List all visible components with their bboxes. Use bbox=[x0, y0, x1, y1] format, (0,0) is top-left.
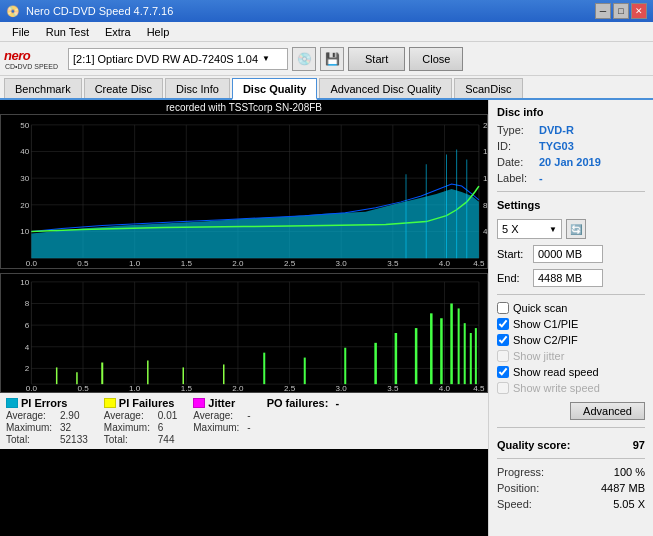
quality-score-value: 97 bbox=[633, 439, 645, 451]
show-jitter-checkbox[interactable] bbox=[497, 350, 509, 362]
top-chart: 50 40 30 20 10 20 16 12 8 4 bbox=[0, 114, 488, 269]
pi-failures-color bbox=[104, 398, 116, 408]
svg-text:20: 20 bbox=[20, 201, 30, 210]
advanced-button[interactable]: Advanced bbox=[570, 402, 645, 420]
disc-type-row: Type: DVD-R bbox=[497, 124, 645, 136]
speed-select[interactable]: 5 X ▼ bbox=[497, 219, 562, 239]
disc-icon-button[interactable]: 💿 bbox=[292, 47, 316, 71]
show-c1-pie-label: Show C1/PIE bbox=[513, 318, 578, 330]
tab-disc-info[interactable]: Disc Info bbox=[165, 78, 230, 98]
position-label: Position: bbox=[497, 482, 539, 494]
toolbar: nero CD•DVD SPEED [2:1] Optiarc DVD RW A… bbox=[0, 42, 653, 76]
save-icon-button[interactable]: 💾 bbox=[320, 47, 344, 71]
start-button[interactable]: Start bbox=[348, 47, 405, 71]
menu-run-test[interactable]: Run Test bbox=[38, 22, 97, 41]
menu-help[interactable]: Help bbox=[139, 22, 178, 41]
jitter-avg-label: Average: bbox=[193, 410, 243, 421]
position-value: 4487 MB bbox=[601, 482, 645, 494]
show-write-speed-checkbox[interactable] bbox=[497, 382, 509, 394]
app-title: Nero CD-DVD Speed 4.7.7.16 bbox=[26, 5, 173, 17]
close-window-button[interactable]: ✕ bbox=[631, 3, 647, 19]
progress-value: 100 % bbox=[614, 466, 645, 478]
disc-date-value: 20 Jan 2019 bbox=[539, 156, 601, 168]
tab-disc-quality[interactable]: Disc Quality bbox=[232, 78, 318, 100]
svg-text:4.0: 4.0 bbox=[439, 384, 451, 392]
svg-text:2: 2 bbox=[25, 364, 30, 373]
pi-failures-max-label: Maximum: bbox=[104, 422, 154, 433]
show-jitter-label: Show jitter bbox=[513, 350, 564, 362]
end-setting-row: End: 4488 MB bbox=[497, 269, 645, 287]
disc-label-value: - bbox=[539, 172, 543, 184]
svg-text:1.0: 1.0 bbox=[129, 384, 141, 392]
pi-failures-max-value: 6 bbox=[158, 422, 164, 433]
svg-text:3.0: 3.0 bbox=[336, 384, 348, 392]
menu-file[interactable]: File bbox=[4, 22, 38, 41]
right-panel: Disc info Type: DVD-R ID: TYG03 Date: 20… bbox=[488, 100, 653, 536]
pi-errors-avg-value: 2.90 bbox=[60, 410, 79, 421]
close-button[interactable]: Close bbox=[409, 47, 463, 71]
chart-panel: recorded with TSSTcorp SN-208FB bbox=[0, 100, 488, 536]
start-setting-row: Start: 0000 MB bbox=[497, 245, 645, 263]
pi-failures-total-value: 744 bbox=[158, 434, 175, 445]
position-row: Position: 4487 MB bbox=[497, 482, 645, 494]
speed-row: Speed: 5.05 X bbox=[497, 498, 645, 510]
speed-value: 5 X bbox=[502, 223, 519, 235]
jitter-color bbox=[193, 398, 205, 408]
refresh-icon-button[interactable]: 🔄 bbox=[566, 219, 586, 239]
svg-text:0.0: 0.0 bbox=[26, 259, 38, 268]
svg-text:6: 6 bbox=[25, 321, 30, 330]
svg-text:10: 10 bbox=[20, 228, 30, 237]
tab-create-disc[interactable]: Create Disc bbox=[84, 78, 163, 98]
menu-bar: File Run Test Extra Help bbox=[0, 22, 653, 42]
end-field-value: 4488 MB bbox=[538, 272, 582, 284]
svg-text:4.5: 4.5 bbox=[473, 384, 485, 392]
start-field-label: Start: bbox=[497, 248, 529, 260]
maximize-button[interactable]: □ bbox=[613, 3, 629, 19]
svg-text:4: 4 bbox=[25, 343, 30, 352]
disc-info-title: Disc info bbox=[497, 106, 645, 118]
svg-text:2.0: 2.0 bbox=[232, 259, 244, 268]
svg-text:1.0: 1.0 bbox=[129, 259, 141, 268]
show-read-speed-checkbox[interactable] bbox=[497, 366, 509, 378]
tab-benchmark[interactable]: Benchmark bbox=[4, 78, 82, 98]
divider-2 bbox=[497, 294, 645, 295]
show-c1-pie-checkbox[interactable] bbox=[497, 318, 509, 330]
settings-title: Settings bbox=[497, 199, 645, 211]
minimize-button[interactable]: ─ bbox=[595, 3, 611, 19]
disc-date-label: Date: bbox=[497, 156, 535, 168]
svg-text:4: 4 bbox=[483, 228, 487, 237]
tab-scandisc[interactable]: ScanDisc bbox=[454, 78, 522, 98]
tab-advanced-disc-quality[interactable]: Advanced Disc Quality bbox=[319, 78, 452, 98]
checkbox-quick-scan: Quick scan bbox=[497, 302, 645, 314]
show-c2-pif-checkbox[interactable] bbox=[497, 334, 509, 346]
menu-extra[interactable]: Extra bbox=[97, 22, 139, 41]
quality-score-row: Quality score: 97 bbox=[497, 439, 645, 451]
po-failures-title: PO failures: bbox=[267, 397, 329, 409]
start-field-value: 0000 MB bbox=[538, 248, 582, 260]
main-content: recorded with TSSTcorp SN-208FB bbox=[0, 100, 653, 536]
title-bar-title: 📀 Nero CD-DVD Speed 4.7.7.16 bbox=[6, 5, 173, 18]
drive-dropdown-arrow: ▼ bbox=[262, 54, 270, 63]
title-bar: 📀 Nero CD-DVD Speed 4.7.7.16 ─ □ ✕ bbox=[0, 0, 653, 22]
divider-4 bbox=[497, 458, 645, 459]
quick-scan-checkbox[interactable] bbox=[497, 302, 509, 314]
start-field[interactable]: 0000 MB bbox=[533, 245, 603, 263]
legend-jitter: Jitter Average: - Maximum: - bbox=[193, 397, 250, 433]
svg-text:10: 10 bbox=[20, 278, 30, 287]
legend-pi-failures: PI Failures Average: 0.01 Maximum: 6 Tot… bbox=[104, 397, 177, 445]
svg-text:2.0: 2.0 bbox=[232, 384, 244, 392]
drive-select[interactable]: [2:1] Optiarc DVD RW AD-7240S 1.04 ▼ bbox=[68, 48, 288, 70]
pi-failures-title: PI Failures bbox=[119, 397, 175, 409]
svg-text:0.0: 0.0 bbox=[26, 384, 38, 392]
pi-errors-max-value: 32 bbox=[60, 422, 71, 433]
end-field[interactable]: 4488 MB bbox=[533, 269, 603, 287]
svg-text:1.5: 1.5 bbox=[181, 259, 193, 268]
svg-text:0.5: 0.5 bbox=[77, 384, 89, 392]
svg-text:0.5: 0.5 bbox=[77, 259, 89, 268]
jitter-title: Jitter bbox=[208, 397, 235, 409]
po-failures-value: - bbox=[335, 397, 339, 409]
quality-score-label: Quality score: bbox=[497, 439, 570, 451]
checkbox-show-c1-pie: Show C1/PIE bbox=[497, 318, 645, 330]
tab-bar: Benchmark Create Disc Disc Info Disc Qua… bbox=[0, 76, 653, 100]
nero-logo-area: nero CD•DVD SPEED bbox=[4, 48, 58, 70]
